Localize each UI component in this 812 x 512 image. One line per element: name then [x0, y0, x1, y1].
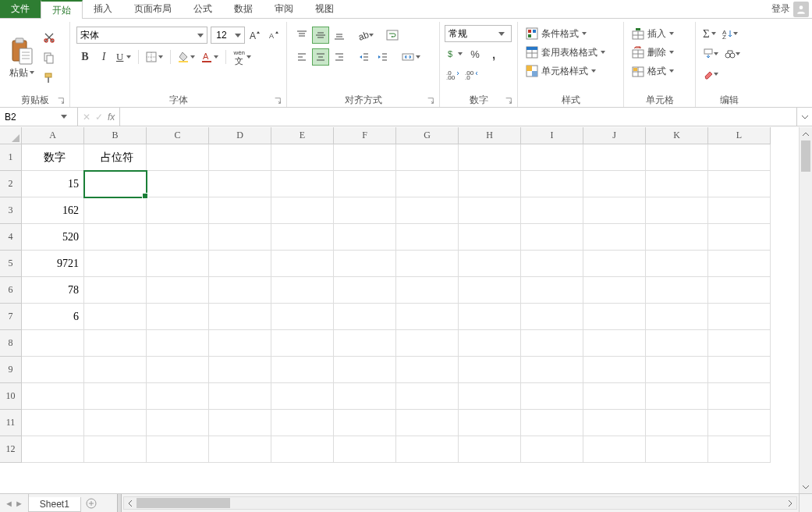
cell[interactable]	[84, 383, 147, 410]
cell[interactable]	[271, 383, 334, 410]
decrease-font-button[interactable]: A	[265, 27, 282, 44]
font-size-input[interactable]	[211, 27, 232, 43]
align-left-button[interactable]	[293, 48, 310, 66]
clipboard-launcher[interactable]	[57, 96, 66, 105]
sheet-tab-active[interactable]: Sheet1	[28, 497, 81, 512]
cell[interactable]	[396, 330, 459, 357]
name-box[interactable]	[0, 108, 78, 126]
cell[interactable]	[209, 144, 271, 171]
row-header[interactable]: 5	[0, 251, 22, 277]
horizontal-scrollbar[interactable]	[123, 496, 797, 510]
column-header[interactable]: K	[646, 127, 708, 144]
cell[interactable]	[708, 410, 771, 436]
sheet-nav-last[interactable]: ►	[15, 499, 23, 508]
cell[interactable]	[646, 171, 708, 197]
cell[interactable]	[84, 171, 147, 197]
tab-split-handle[interactable]	[117, 494, 122, 512]
percent-button[interactable]: %	[466, 45, 484, 62]
cell[interactable]	[583, 383, 646, 410]
cell[interactable]	[459, 251, 521, 277]
cell[interactable]	[459, 144, 521, 171]
font-name-combo[interactable]	[76, 27, 207, 44]
cell[interactable]	[396, 277, 459, 304]
cell[interactable]	[22, 410, 84, 436]
tab-insert[interactable]: 插入	[83, 0, 123, 18]
scroll-right-button[interactable]	[784, 497, 796, 509]
row-header[interactable]: 4	[0, 224, 22, 251]
copy-button[interactable]	[41, 49, 58, 66]
cell[interactable]	[209, 277, 271, 304]
column-headers[interactable]: ABCDEFGHIJKL	[22, 127, 799, 144]
cell[interactable]	[708, 330, 771, 357]
merge-center-button[interactable]	[399, 48, 423, 66]
italic-button[interactable]: I	[95, 48, 112, 66]
cell[interactable]	[334, 171, 396, 197]
font-size-dropdown[interactable]	[232, 27, 244, 43]
column-header[interactable]: B	[84, 127, 147, 144]
cell[interactable]	[396, 197, 459, 224]
cell[interactable]	[334, 383, 396, 410]
cell[interactable]	[521, 277, 583, 304]
column-header[interactable]: E	[271, 127, 334, 144]
cell[interactable]	[147, 357, 209, 383]
cell[interactable]: 9721	[22, 251, 84, 277]
align-top-button[interactable]	[293, 27, 310, 44]
cell[interactable]	[271, 224, 334, 251]
cell[interactable]	[521, 410, 583, 436]
login-button[interactable]: 登录	[764, 0, 812, 18]
cell[interactable]	[583, 357, 646, 383]
cell[interactable]	[583, 171, 646, 197]
number-launcher[interactable]	[505, 96, 514, 105]
cell[interactable]	[271, 277, 334, 304]
cell[interactable]	[521, 171, 583, 197]
cell[interactable]	[84, 330, 147, 357]
cell[interactable]	[708, 357, 771, 383]
row-header[interactable]: 10	[0, 383, 22, 410]
row-header[interactable]: 3	[0, 197, 22, 224]
decrease-decimal-button[interactable]: .00.0	[463, 66, 480, 83]
cell[interactable]	[396, 144, 459, 171]
insert-cells-button[interactable]: 插入	[629, 25, 677, 42]
cell[interactable]	[209, 357, 271, 383]
cell[interactable]	[708, 171, 771, 197]
vertical-scrollbar[interactable]	[799, 127, 812, 493]
cell[interactable]	[271, 410, 334, 436]
cell[interactable]	[271, 171, 334, 197]
cell[interactable]	[459, 330, 521, 357]
spreadsheet-grid[interactable]: ABCDEFGHIJKL 123456789101112 数字占位符151625…	[0, 127, 799, 493]
align-right-button[interactable]	[331, 48, 348, 66]
cell[interactable]	[84, 304, 147, 330]
find-select-button[interactable]	[722, 45, 743, 62]
cell[interactable]	[583, 251, 646, 277]
scroll-left-button[interactable]	[124, 497, 137, 509]
wrap-text-button[interactable]	[384, 27, 406, 44]
format-painter-button[interactable]	[41, 69, 58, 87]
cell[interactable]	[147, 144, 209, 171]
horizontal-scroll-thumb[interactable]	[137, 498, 230, 508]
phonetic-button[interactable]: wén文	[231, 48, 254, 66]
font-launcher[interactable]	[274, 96, 283, 105]
cell[interactable]	[334, 357, 396, 383]
cell[interactable]	[646, 251, 708, 277]
font-color-button[interactable]: A	[199, 48, 221, 66]
cell[interactable]	[583, 330, 646, 357]
cell[interactable]	[84, 277, 147, 304]
vertical-scroll-thumb[interactable]	[801, 140, 810, 172]
cell[interactable]	[147, 383, 209, 410]
cell[interactable]: 520	[22, 224, 84, 251]
cell[interactable]	[646, 304, 708, 330]
align-middle-button[interactable]	[312, 27, 329, 44]
cell[interactable]	[22, 436, 84, 463]
borders-button[interactable]	[144, 48, 165, 66]
cell[interactable]	[147, 251, 209, 277]
cancel-formula-button[interactable]: ✕	[83, 112, 90, 123]
column-header[interactable]: G	[396, 127, 459, 144]
format-as-table-button[interactable]: 套用表格格式	[523, 44, 608, 61]
cell[interactable]	[147, 224, 209, 251]
cell[interactable]	[209, 197, 271, 224]
cell[interactable]	[521, 304, 583, 330]
cell[interactable]	[459, 224, 521, 251]
cell[interactable]	[396, 224, 459, 251]
cell[interactable]	[708, 304, 771, 330]
cell[interactable]	[583, 304, 646, 330]
